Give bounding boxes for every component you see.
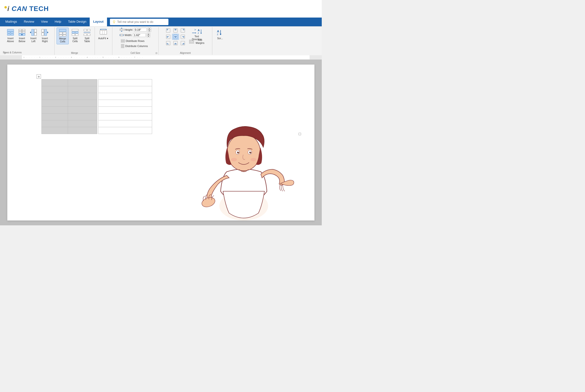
svg-rect-41 <box>100 30 107 34</box>
svg-rect-27 <box>59 32 62 34</box>
width-down-btn[interactable]: ▼ <box>147 35 150 37</box>
distribute-rows-button[interactable]: Distribute Rows <box>120 39 149 43</box>
group-autofit: AutoFit ▼ <box>95 27 112 55</box>
table-cell <box>42 80 68 86</box>
insert-left-button[interactable]: Insert Left <box>28 28 39 44</box>
tab-help[interactable]: Help <box>51 18 65 26</box>
height-label: Height: <box>125 28 133 31</box>
svg-rect-33 <box>75 32 78 34</box>
autofit-dropdown-icon[interactable]: ▼ <box>107 37 109 40</box>
table-cell <box>42 86 68 93</box>
autofit-label-area: AutoFit ▼ <box>98 37 109 40</box>
cell-margins-button[interactable]: Cell Margins <box>188 38 206 45</box>
align-top-right-button[interactable] <box>179 28 186 34</box>
ribbon-body: Insert Above Insert Below <box>0 26 322 55</box>
table-right <box>98 79 152 134</box>
group-rows-cols: Insert Above Insert Below <box>1 27 55 55</box>
cell-size-expand-icon[interactable]: ⊡ <box>156 52 158 54</box>
tab-review[interactable]: Review <box>21 18 38 26</box>
character-svg <box>183 94 305 220</box>
merge-content: Merge Cells Split Cells <box>57 28 93 55</box>
group-merge: Merge Cells Split Cells <box>55 27 95 55</box>
text-direction-button[interactable]: A A Z Text Direction <box>188 28 206 37</box>
width-input[interactable] <box>133 33 146 37</box>
insert-below-button[interactable]: Insert Below <box>17 28 27 44</box>
svg-rect-35 <box>75 34 78 36</box>
search-input[interactable] <box>117 20 166 24</box>
group-alignment: A A Z Text Direction <box>159 27 212 55</box>
split-cells-button[interactable]: Split Cells <box>70 28 81 44</box>
sort-button[interactable]: A Z Sor... <box>214 28 226 41</box>
svg-point-116 <box>231 158 237 161</box>
svg-rect-1 <box>7 29 14 32</box>
align-middle-left-button[interactable] <box>165 34 172 40</box>
width-up-btn[interactable]: ▲ <box>147 33 150 35</box>
height-spinner[interactable]: ▲ ▼ <box>148 28 151 32</box>
width-spinner[interactable]: ▲ ▼ <box>147 33 150 37</box>
tab-table-design[interactable]: Table Design <box>65 18 90 26</box>
svg-rect-85 <box>166 41 170 45</box>
table-cell <box>42 107 68 114</box>
svg-marker-54 <box>121 31 122 32</box>
logo-bar: i CAN TECH <box>0 0 322 18</box>
table-left <box>42 79 97 134</box>
table-row <box>99 86 152 93</box>
table-cell <box>68 127 97 134</box>
svg-rect-15 <box>34 29 37 32</box>
svg-marker-96 <box>196 32 196 34</box>
svg-rect-40 <box>87 34 90 36</box>
sort-icon: A Z <box>216 28 224 36</box>
align-middle-center-button[interactable] <box>172 34 179 40</box>
height-up-btn[interactable]: ▲ <box>148 28 151 30</box>
rows-cols-expand-icon[interactable]: ⊡ <box>4 52 6 54</box>
split-table-label: Split Table <box>84 37 90 43</box>
svg-text:A: A <box>198 29 200 32</box>
svg-rect-76 <box>166 35 170 39</box>
align-bottom-left-button[interactable] <box>165 40 172 46</box>
align-top-center-button[interactable] <box>172 28 179 34</box>
align-middle-right-button[interactable] <box>179 34 186 40</box>
svg-point-115 <box>250 152 251 152</box>
doc-page: ⊕ <box>7 64 314 220</box>
cell-margins-label: Cell Margins <box>196 39 205 44</box>
doc-area: ⊕ <box>0 60 322 225</box>
insert-above-button[interactable]: Insert Above <box>5 28 16 44</box>
alignment-label: Alignment <box>180 52 191 54</box>
table-move-handle[interactable]: ⊕ <box>37 74 41 79</box>
svg-point-114 <box>238 152 239 152</box>
tab-mailings[interactable]: Mailings <box>2 18 21 26</box>
table-cell <box>68 120 97 127</box>
align-bottom-center-button[interactable] <box>172 40 179 46</box>
table-cell <box>68 93 97 100</box>
autofit-content: AutoFit ▼ <box>97 28 110 55</box>
distribute-cols-button[interactable]: Distribute Columns <box>120 44 149 48</box>
svg-text:A: A <box>217 30 219 33</box>
distribute-area: Distribute Rows Distribute Columns <box>120 39 149 48</box>
autofit-button[interactable]: AutoFit ▼ <box>97 28 110 41</box>
table-cell <box>42 100 68 107</box>
distribute-rows-icon <box>121 39 125 43</box>
logo-dot <box>5 6 7 8</box>
insert-right-button[interactable]: Insert Right <box>40 28 50 44</box>
insert-left-icon <box>30 28 37 36</box>
cell-margins-icon <box>189 40 194 44</box>
svg-rect-79 <box>174 35 177 39</box>
align-top-left-button[interactable] <box>165 28 172 34</box>
merge-cells-button[interactable]: Merge Cells <box>57 28 69 44</box>
split-cells-icon <box>71 28 79 36</box>
distribute-rows-label: Distribute Rows <box>126 40 145 42</box>
text-dir-area: A A Z Text Direction <box>188 28 206 50</box>
align-bottom-right-button[interactable] <box>179 40 186 46</box>
height-down-btn[interactable]: ▼ <box>148 30 151 32</box>
autofit-label: AutoFit <box>98 37 106 40</box>
split-table-button[interactable]: Split Table <box>82 28 93 44</box>
svg-rect-37 <box>87 29 90 31</box>
svg-rect-102 <box>190 40 193 43</box>
svg-rect-3 <box>11 32 14 34</box>
height-input[interactable] <box>134 28 147 32</box>
svg-rect-6 <box>19 29 22 31</box>
svg-rect-21 <box>42 33 44 36</box>
tab-view[interactable]: View <box>38 18 51 26</box>
tab-layout[interactable]: Layout <box>90 18 107 26</box>
table-row <box>99 127 152 134</box>
